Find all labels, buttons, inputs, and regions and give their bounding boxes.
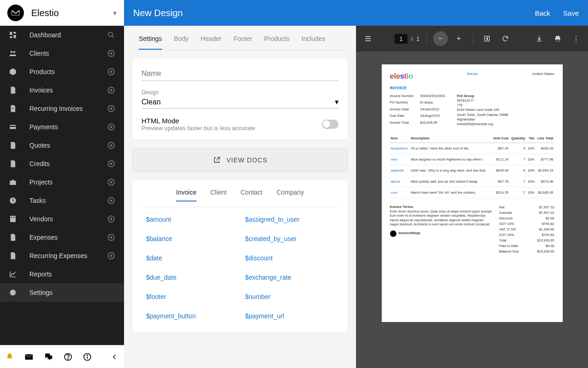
html-mode-toggle[interactable] (322, 120, 339, 129)
add-icon[interactable] (106, 103, 117, 114)
fit-page-button[interactable] (480, 31, 494, 46)
save-button[interactable]: Save (563, 9, 579, 17)
building-icon (7, 213, 18, 224)
variable-footer[interactable]: $footer (143, 288, 238, 305)
variable-created_by_user[interactable]: $created_by_user (243, 230, 337, 247)
sidebar-item-recurring-expenses[interactable]: Recurring Expenses (0, 247, 124, 265)
add-icon[interactable] (106, 158, 117, 169)
dashboard-icon (7, 29, 18, 40)
add-icon[interactable] (106, 232, 117, 243)
editor-tabs: SettingsBodyHeaderFooterProductsIncludes (132, 26, 348, 50)
help-icon[interactable] (62, 352, 74, 362)
sidebar-item-recurring-invoices[interactable]: Recurring Invoices (0, 99, 124, 118)
sidebar-item-tasks[interactable]: Tasks (0, 191, 124, 210)
tab-header[interactable]: Header (201, 35, 222, 50)
nav-label: Products (29, 68, 106, 75)
invoice-document: elestio Elestio United States INVOICE In… (382, 64, 563, 322)
page-total: 1 (416, 35, 419, 42)
briefcase-icon (7, 177, 18, 188)
tab-body[interactable]: Body (174, 35, 189, 50)
more-icon[interactable]: ⋮ (569, 31, 583, 46)
sidebar-item-payments[interactable]: Payments (0, 118, 124, 136)
svg-rect-63 (556, 39, 560, 41)
rotate-button[interactable] (498, 31, 513, 46)
nav-label: Payments (29, 123, 106, 131)
add-icon[interactable] (106, 177, 117, 188)
sidebar-item-expenses[interactable]: Expenses (0, 228, 124, 247)
info-icon[interactable] (81, 352, 93, 362)
doc-client: Feil Group 587813177 770 8184 Waldo Land… (457, 94, 509, 126)
sidebar-item-dashboard[interactable]: Dashboard (0, 26, 124, 44)
people-icon (7, 48, 18, 59)
download-button[interactable] (532, 31, 547, 46)
quote-file-icon (7, 140, 18, 151)
editor-panel: SettingsBodyHeaderFooterProductsIncludes… (124, 26, 356, 368)
tab-includes[interactable]: Includes (301, 35, 325, 50)
svg-rect-41 (14, 217, 15, 218)
subtab-company[interactable]: Company (277, 189, 304, 201)
sidebar-item-vendors[interactable]: Vendors (0, 210, 124, 228)
variable-date[interactable]: $date (143, 250, 238, 266)
sidebar-item-products[interactable]: Products (0, 63, 124, 81)
name-input[interactable] (141, 67, 339, 81)
doc-terms: Invoice Terms: Enim rerum ducimus rerum.… (390, 205, 493, 254)
page-separator: / (411, 35, 413, 42)
print-button[interactable] (550, 31, 565, 46)
variable-due_date[interactable]: $due_date (143, 269, 238, 286)
add-icon[interactable] (106, 195, 117, 206)
nav-label: Quotes (29, 142, 106, 149)
add-icon[interactable] (106, 85, 117, 96)
sidebar-item-clients[interactable]: Clients (0, 44, 124, 63)
sidebar-item-projects[interactable]: Projects (0, 173, 124, 191)
doc-viewport[interactable]: elestio Elestio United States INVOICE In… (356, 52, 588, 368)
tab-footer[interactable]: Footer (233, 35, 252, 50)
add-icon[interactable] (106, 48, 117, 59)
mail-icon[interactable] (23, 352, 35, 362)
add-icon[interactable] (106, 250, 117, 261)
collapse-sidebar-icon[interactable] (108, 353, 120, 361)
subtab-invoice[interactable]: Invoice (176, 189, 196, 201)
doc-logo: elestio (390, 72, 413, 81)
sidebar-item-quotes[interactable]: Quotes (0, 136, 124, 155)
clock-icon (7, 195, 18, 206)
tab-products[interactable]: Products (264, 35, 289, 50)
variable-payment_url[interactable]: $payment_url (243, 308, 337, 324)
brand-switcher[interactable]: Elestio ▾ (0, 0, 124, 26)
sidebar-item-invoices[interactable]: Invoices (0, 81, 124, 99)
chat-icon[interactable] (43, 352, 55, 362)
tab-settings[interactable]: Settings (139, 35, 162, 50)
variables-card: InvoiceClientContactCompany $amount$assi… (132, 180, 348, 333)
subtab-contact[interactable]: Contact (240, 189, 262, 201)
brand-name: Elestio (31, 8, 113, 18)
add-icon[interactable] (106, 121, 117, 132)
variable-payment_button[interactable]: $payment_button (143, 308, 238, 324)
svg-point-4 (108, 32, 113, 36)
variable-exchange_rate[interactable]: $exchange_rate (243, 269, 337, 286)
add-icon[interactable] (106, 66, 117, 77)
credit-file-icon (7, 158, 18, 169)
variable-assigned_to_user[interactable]: $assigned_to_user (243, 211, 337, 228)
nav-label: Credits (29, 160, 106, 167)
add-icon[interactable] (106, 213, 117, 224)
file-icon (7, 85, 18, 96)
zoom-in-button[interactable]: + (452, 31, 466, 46)
repeat-file-icon (7, 103, 18, 114)
sidebar-item-settings[interactable]: Settings (0, 283, 124, 302)
nav-label: Tasks (29, 197, 106, 204)
back-button[interactable]: Back (535, 9, 550, 17)
design-select[interactable]: Clean ▾ (141, 96, 339, 109)
bell-icon[interactable] (4, 353, 16, 361)
zoom-out-button[interactable]: − (433, 31, 448, 46)
view-docs-button[interactable]: VIEW DOCS (132, 148, 348, 172)
variable-number[interactable]: $number (243, 288, 337, 305)
variable-discount[interactable]: $discount (243, 250, 337, 266)
subtab-client[interactable]: Client (210, 189, 227, 201)
sidebar-item-credits[interactable]: Credits (0, 155, 124, 173)
menu-icon[interactable] (361, 31, 375, 46)
sidebar-item-reports[interactable]: Reports (0, 265, 124, 283)
repeat-expense-icon (7, 250, 18, 261)
variable-balance[interactable]: $balance (143, 230, 238, 247)
search-icon[interactable] (106, 29, 117, 40)
variable-amount[interactable]: $amount (143, 211, 238, 228)
add-icon[interactable] (106, 140, 117, 151)
